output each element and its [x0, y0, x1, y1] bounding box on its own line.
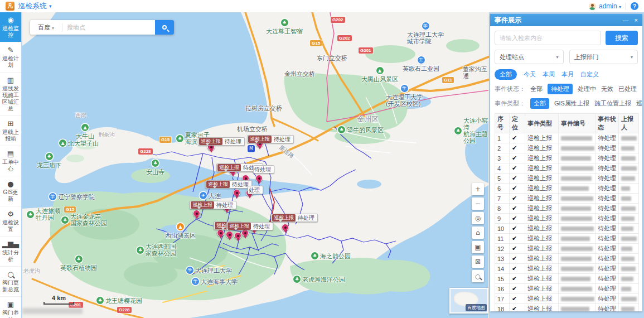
close-icon[interactable]: × — [635, 17, 638, 23]
map-search-input[interactable] — [62, 24, 155, 31]
cell-locate[interactable]: ✔ — [510, 274, 525, 284]
type-filter-option[interactable]: GIS属性上报 — [554, 99, 589, 108]
sidebar-item-statistics[interactable]: ▂▆▄ 统计分析 — [0, 237, 21, 267]
table-row[interactable]: 4 ✔ 巡检上报 待处理 — [495, 163, 639, 174]
sidebar-item-line-report-box[interactable]: ⊞ 巡线上报箱 — [0, 116, 21, 146]
clear-button[interactable]: ⊠ — [472, 256, 484, 268]
station-select[interactable]: 处理站点▾ — [495, 50, 564, 64]
cell-locate[interactable]: ✔ — [510, 294, 525, 304]
cell-locate[interactable]: ✔ — [510, 143, 525, 153]
table-row[interactable]: 14 ✔ 巡检上报 待处理 — [495, 264, 639, 274]
sidebar-item-inspection-settings[interactable]: ⚙ 巡检设置 — [0, 206, 21, 237]
cell-locate[interactable]: ✔ — [510, 184, 525, 194]
locate-check-icon[interactable]: ✔ — [512, 175, 517, 182]
event-marker-pin[interactable] — [226, 231, 233, 238]
minimap[interactable]: 百度地图 — [449, 288, 488, 314]
zoom-in-button[interactable]: + — [472, 183, 484, 195]
date-filter[interactable]: 全部 — [495, 69, 517, 80]
date-filter[interactable]: 自定义 — [580, 70, 599, 79]
cell-locate[interactable]: ✔ — [510, 264, 525, 274]
cell-locate[interactable]: ✔ — [510, 153, 525, 163]
event-marker-pin[interactable] — [234, 232, 241, 239]
status-filter-option[interactable]: 处理中 — [578, 85, 596, 93]
table-row[interactable]: 9 ✔ 巡检上报 待处理 — [495, 214, 639, 224]
status-filter-option[interactable]: 全部 — [530, 85, 543, 93]
locate-check-icon[interactable]: ✔ — [512, 215, 517, 222]
date-filter[interactable]: 本周 — [543, 70, 555, 79]
sidebar-item-inspection-plan[interactable]: ✎ 巡检计划 — [0, 42, 21, 73]
locate-check-icon[interactable]: ✔ — [512, 305, 517, 311]
cell-locate[interactable]: ✔ — [510, 224, 525, 234]
event-marker-bubble[interactable]: 处理 — [248, 186, 263, 194]
sidebar-item-valve-update-overview[interactable]: ○ 阀门更新总览 — [0, 267, 21, 297]
zoom-out-button[interactable]: − — [472, 197, 484, 210]
date-filter[interactable]: 本月 — [561, 70, 574, 79]
status-filter-option[interactable]: 已处理 — [618, 85, 637, 93]
event-marker-bubble[interactable]: 巡检上报 待处理 — [190, 201, 236, 209]
event-marker-bubble[interactable]: 待处理 — [253, 165, 274, 174]
event-search-button[interactable]: 搜索 — [606, 31, 638, 45]
locate-check-icon[interactable]: ✔ — [512, 275, 517, 282]
status-filter-option[interactable]: 无效 — [601, 85, 613, 93]
cell-locate[interactable]: ✔ — [510, 214, 525, 224]
event-marker-bubble[interactable]: 巡检上报 待处理 — [198, 137, 245, 146]
table-row[interactable]: 11 ✔ 巡检上报 待处理 — [495, 234, 639, 244]
layers-button[interactable]: ◎ — [472, 212, 484, 224]
chevron-down-icon[interactable]: ▾ — [49, 3, 52, 9]
locate-check-icon[interactable]: ✔ — [512, 265, 517, 272]
locate-check-icon[interactable]: ✔ — [512, 165, 517, 172]
date-filter[interactable]: 今天 — [524, 70, 536, 79]
event-marker-bubble[interactable]: 巡检上报 待处理 — [226, 222, 273, 230]
locate-check-icon[interactable]: ✔ — [512, 205, 517, 212]
event-marker-bubble[interactable]: 巡检上报 待处理 — [205, 180, 252, 189]
sidebar-item-inspection-monitor[interactable]: ◉ 巡检监控 — [0, 12, 21, 42]
cell-locate[interactable]: ✔ — [510, 133, 525, 143]
sidebar-item-valve-maintenance[interactable]: ▣ 阀门养护 — [0, 297, 21, 318]
event-search-input[interactable] — [495, 31, 601, 45]
department-select[interactable]: 上报部门▾ — [569, 50, 638, 64]
cell-locate[interactable]: ✔ — [510, 194, 525, 204]
event-marker-bubble[interactable]: 巡检上报 待处理 — [271, 214, 318, 222]
cell-locate[interactable]: ✔ — [510, 244, 525, 254]
map-search-tool-button[interactable]: ○ — [472, 270, 484, 282]
cell-locate[interactable]: ✔ — [510, 163, 525, 174]
locate-check-icon[interactable]: ✔ — [512, 255, 517, 262]
cell-locate[interactable]: ✔ — [510, 284, 525, 294]
locate-check-icon[interactable]: ✔ — [512, 195, 517, 202]
table-row[interactable]: 17 ✔ 巡检上报 待处理 — [495, 294, 639, 304]
cell-locate[interactable]: ✔ — [510, 254, 525, 264]
minimize-icon[interactable]: — — [623, 17, 629, 23]
cell-locate[interactable]: ✔ — [510, 174, 525, 184]
locate-check-icon[interactable]: ✔ — [512, 235, 517, 242]
table-row[interactable]: 2 ✔ 巡检上报 待处理 — [495, 143, 639, 153]
locate-check-icon[interactable]: ✔ — [512, 295, 517, 302]
status-filter-option[interactable]: 待处理 — [548, 84, 573, 94]
table-row[interactable]: 15 ✔ 巡检上报 待处理 — [495, 274, 639, 284]
locate-check-icon[interactable]: ✔ — [512, 185, 517, 192]
table-row[interactable]: 12 ✔ 巡检上报 待处理 — [495, 244, 639, 254]
table-row[interactable]: 10 ✔ 巡检上报 待处理 — [495, 224, 639, 234]
event-marker-pin[interactable] — [233, 189, 240, 196]
map-provider-select[interactable]: 百度 ▾ — [30, 23, 62, 32]
locate-check-icon[interactable]: ✔ — [512, 144, 517, 152]
table-row[interactable]: 7 ✔ 巡检上报 待处理 — [495, 194, 639, 204]
locate-check-icon[interactable]: ✔ — [512, 285, 517, 292]
event-marker-bubble[interactable]: 巡检上报 待处理 — [247, 135, 294, 143]
table-row[interactable]: 13 ✔ 巡检上报 待处理 — [495, 254, 639, 264]
cell-locate[interactable]: ✔ — [510, 204, 525, 214]
table-row[interactable]: 3 ✔ 巡检上报 待处理 — [495, 153, 639, 163]
event-marker-pin[interactable] — [282, 224, 289, 231]
cell-locate[interactable]: ✔ — [510, 234, 525, 244]
fullscreen-button[interactable]: ▣ — [472, 241, 484, 253]
user-menu[interactable]: admin ▾ — [599, 2, 621, 10]
locate-check-icon[interactable]: ✔ — [512, 134, 517, 142]
locate-check-icon[interactable]: ✔ — [512, 225, 517, 232]
table-row[interactable]: 5 ✔ 巡检上报 待处理 — [495, 174, 639, 184]
sidebar-item-work-order-center[interactable]: ▤ 工单中心 — [0, 146, 21, 176]
table-row[interactable]: 1 ✔ 巡检上报 待处理 — [495, 133, 639, 143]
sidebar-item-construction-area-summary[interactable]: ▥ 巡线发现施工区域汇总 — [0, 73, 21, 116]
help-icon[interactable]: ? — [631, 2, 638, 10]
sidebar-item-gis-update[interactable]: ● GIS更新 — [0, 176, 21, 206]
type-filter-option[interactable]: 巡检上报 — [636, 99, 642, 108]
locate-check-icon[interactable]: ✔ — [512, 155, 517, 162]
